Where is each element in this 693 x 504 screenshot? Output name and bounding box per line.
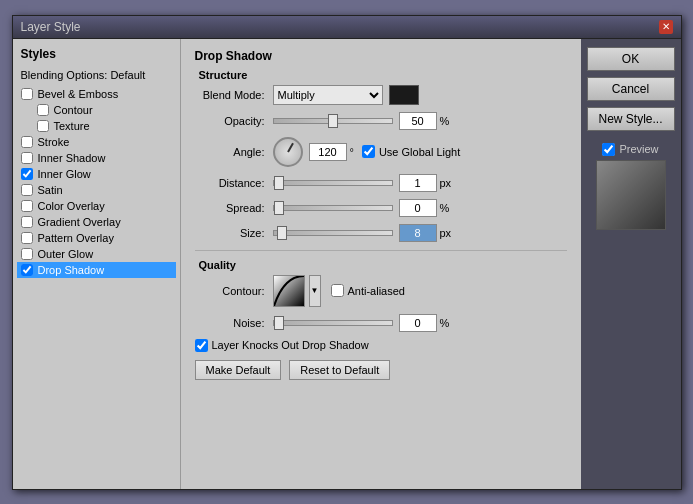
spread-slider[interactable]	[273, 205, 393, 211]
bevel-emboss-checkbox[interactable]	[21, 88, 33, 100]
spread-row: Spread: %	[195, 199, 567, 217]
gradient-overlay-label: Gradient Overlay	[38, 216, 121, 228]
contour-label: Contour:	[195, 285, 265, 297]
size-slider-container: px	[273, 224, 567, 242]
noise-unit: %	[440, 317, 450, 329]
ok-button[interactable]: OK	[587, 47, 675, 71]
make-default-button[interactable]: Make Default	[195, 360, 282, 380]
inner-shadow-checkbox[interactable]	[21, 152, 33, 164]
distance-slider-container: px	[273, 174, 567, 192]
bevel-emboss-label: Bevel & Emboss	[38, 88, 119, 100]
pattern-overlay-checkbox[interactable]	[21, 232, 33, 244]
sidebar-item-outer-glow[interactable]: Outer Glow	[17, 246, 176, 262]
right-panel: OK Cancel New Style... Preview	[581, 39, 681, 489]
distance-slider[interactable]	[273, 180, 393, 186]
sidebar-item-texture[interactable]: Texture	[17, 118, 176, 134]
sidebar-item-gradient-overlay[interactable]: Gradient Overlay	[17, 214, 176, 230]
size-label: Size:	[195, 227, 265, 239]
noise-label: Noise:	[195, 317, 265, 329]
contour-label: Contour	[54, 104, 93, 116]
distance-label: Distance:	[195, 177, 265, 189]
layer-knocks-out-checkbox[interactable]	[195, 339, 208, 352]
main-panel: Drop Shadow Structure Blend Mode: Multip…	[181, 39, 581, 489]
size-slider[interactable]	[273, 230, 393, 236]
layer-knocks-out-label[interactable]: Layer Knocks Out Drop Shadow	[195, 339, 567, 352]
inner-glow-label: Inner Glow	[38, 168, 91, 180]
stroke-label: Stroke	[38, 136, 70, 148]
blending-options-header: Blending Options: Default	[17, 67, 176, 83]
contour-row: Contour: ▼ Anti-aliased	[195, 275, 567, 307]
outer-glow-label: Outer Glow	[38, 248, 94, 260]
contour-checkbox[interactable]	[37, 104, 49, 116]
noise-input[interactable]	[399, 314, 437, 332]
drop-shadow-label: Drop Shadow	[38, 264, 105, 276]
sidebar-item-inner-shadow[interactable]: Inner Shadow	[17, 150, 176, 166]
angle-dial[interactable]	[273, 137, 303, 167]
opacity-slider-container: %	[273, 112, 567, 130]
reset-to-default-button[interactable]: Reset to Default	[289, 360, 390, 380]
sidebar-item-pattern-overlay[interactable]: Pattern Overlay	[17, 230, 176, 246]
quality-title: Quality	[199, 259, 567, 271]
satin-checkbox[interactable]	[21, 184, 33, 196]
noise-slider-container: %	[273, 314, 567, 332]
sidebar-item-stroke[interactable]: Stroke	[17, 134, 176, 150]
section-title: Drop Shadow	[195, 49, 567, 63]
styles-header: Styles	[17, 45, 176, 63]
shadow-color-swatch[interactable]	[389, 85, 419, 105]
cancel-button[interactable]: Cancel	[587, 77, 675, 101]
angle-input[interactable]	[309, 143, 347, 161]
layer-knocks-out-section: Layer Knocks Out Drop Shadow	[195, 339, 567, 352]
opacity-input[interactable]	[399, 112, 437, 130]
blend-mode-row: Blend Mode: Multiply Normal Dissolve Scr…	[195, 85, 567, 105]
satin-label: Satin	[38, 184, 63, 196]
layer-style-dialog: Layer Style ✕ Styles Blending Options: D…	[12, 15, 682, 490]
drop-shadow-checkbox[interactable]	[21, 264, 33, 276]
use-global-light-checkbox[interactable]	[362, 145, 375, 158]
noise-slider[interactable]	[273, 320, 393, 326]
sidebar-item-drop-shadow[interactable]: Drop Shadow	[17, 262, 176, 278]
distance-row: Distance: px	[195, 174, 567, 192]
sidebar-item-inner-glow[interactable]: Inner Glow	[17, 166, 176, 182]
size-row: Size: px	[195, 224, 567, 242]
gradient-overlay-checkbox[interactable]	[21, 216, 33, 228]
opacity-slider[interactable]	[273, 118, 393, 124]
opacity-unit: %	[440, 115, 450, 127]
new-style-button[interactable]: New Style...	[587, 107, 675, 131]
distance-input[interactable]	[399, 174, 437, 192]
stroke-checkbox[interactable]	[21, 136, 33, 148]
sidebar-item-bevel-emboss[interactable]: Bevel & Emboss	[17, 86, 176, 102]
color-overlay-checkbox[interactable]	[21, 200, 33, 212]
sidebar-item-contour[interactable]: Contour	[17, 102, 176, 118]
distance-unit: px	[440, 177, 452, 189]
sidebar-item-color-overlay[interactable]: Color Overlay	[17, 198, 176, 214]
color-overlay-label: Color Overlay	[38, 200, 105, 212]
quality-section: Quality Contour: ▼ Anti-aliased	[195, 259, 567, 332]
use-global-light-label[interactable]: Use Global Light	[362, 145, 460, 158]
inner-glow-checkbox[interactable]	[21, 168, 33, 180]
contour-preview[interactable]	[273, 275, 305, 307]
sidebar-item-satin[interactable]: Satin	[17, 182, 176, 198]
opacity-label: Opacity:	[195, 115, 265, 127]
spread-input[interactable]	[399, 199, 437, 217]
texture-checkbox[interactable]	[37, 120, 49, 132]
separator	[195, 250, 567, 251]
spread-slider-container: %	[273, 199, 567, 217]
left-panel: Styles Blending Options: Default Bevel &…	[13, 39, 181, 489]
size-input[interactable]	[399, 224, 437, 242]
anti-aliased-checkbox[interactable]	[331, 284, 344, 297]
outer-glow-checkbox[interactable]	[21, 248, 33, 260]
preview-area: Preview	[587, 143, 675, 230]
close-button[interactable]: ✕	[659, 20, 673, 34]
noise-row: Noise: %	[195, 314, 567, 332]
preview-checkbox[interactable]	[602, 143, 615, 156]
blend-mode-select[interactable]: Multiply Normal Dissolve Screen Overlay	[273, 85, 383, 105]
title-bar: Layer Style ✕	[13, 16, 681, 39]
inner-shadow-label: Inner Shadow	[38, 152, 106, 164]
bottom-buttons: Make Default Reset to Default	[195, 360, 567, 380]
preview-label[interactable]: Preview	[602, 143, 658, 156]
preview-box	[596, 160, 666, 230]
anti-aliased-label[interactable]: Anti-aliased	[331, 284, 405, 297]
opacity-row: Opacity: %	[195, 112, 567, 130]
pattern-overlay-label: Pattern Overlay	[38, 232, 114, 244]
contour-dropdown-button[interactable]: ▼	[309, 275, 321, 307]
